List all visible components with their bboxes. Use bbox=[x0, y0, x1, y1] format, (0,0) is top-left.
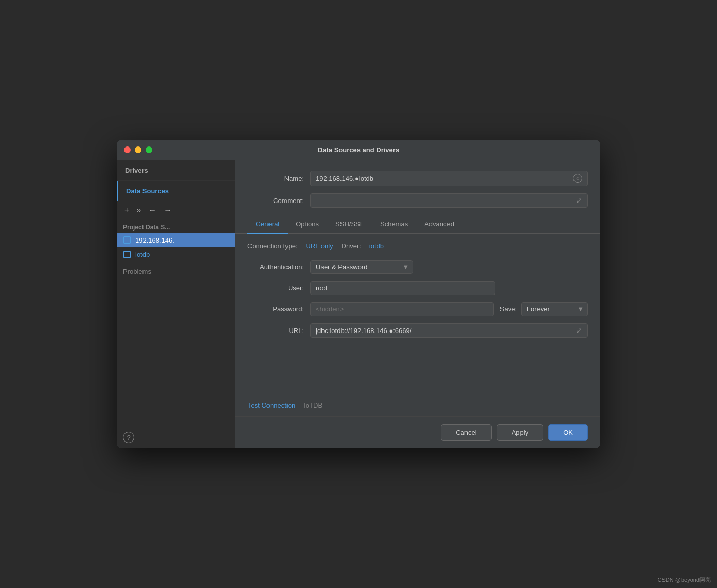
add-button[interactable]: + bbox=[122, 205, 132, 216]
test-connection-button[interactable]: Test Connection bbox=[247, 401, 295, 409]
user-row: User: bbox=[247, 281, 588, 295]
maximize-button[interactable] bbox=[146, 146, 152, 153]
tab-general[interactable]: General bbox=[247, 215, 288, 234]
comment-input[interactable] bbox=[316, 197, 573, 205]
watermark: CSDN @beyond阿亮 bbox=[658, 576, 711, 584]
sidebar: Drivers Data Sources + » ← → Project Dat… bbox=[117, 160, 235, 448]
url-expand-icon[interactable]: ⤢ bbox=[576, 326, 582, 335]
tab-schemas[interactable]: Schemas bbox=[372, 215, 416, 234]
save-wrapper: Save: Forever Until restart Never ▼ bbox=[500, 302, 588, 316]
sidebar-problems[interactable]: Problems bbox=[117, 262, 235, 279]
connection-type-row: Connection type: URL only Driver: iotdb bbox=[247, 242, 588, 250]
url-input-wrapper: ⤢ bbox=[310, 323, 588, 338]
tab-ssh-ssl[interactable]: SSH/SSL bbox=[327, 215, 372, 234]
minimize-button[interactable] bbox=[135, 146, 141, 153]
sidebar-nav-drivers[interactable]: Drivers bbox=[117, 160, 235, 181]
sidebar-toolbar: + » ← → bbox=[117, 201, 235, 219]
sidebar-nav-datasources[interactable]: Data Sources bbox=[117, 181, 235, 201]
name-label: Name: bbox=[247, 175, 304, 182]
user-input-wrapper bbox=[310, 281, 495, 295]
comment-row: Comment: ⤢ bbox=[247, 193, 588, 208]
forward-button[interactable]: → bbox=[161, 205, 174, 216]
driver-label: Driver: bbox=[342, 242, 361, 250]
url-label: URL: bbox=[247, 327, 304, 335]
title-bar: Data Sources and Drivers bbox=[117, 140, 600, 160]
content: Name: ○ Comment: ⤢ General bbox=[235, 160, 600, 448]
footer: Cancel Apply OK bbox=[235, 416, 600, 448]
connection-type-value[interactable]: URL only bbox=[306, 242, 333, 250]
auth-row: Authentication: User & Password No auth … bbox=[247, 260, 588, 274]
window-controls bbox=[124, 146, 152, 153]
apply-button[interactable]: Apply bbox=[497, 424, 544, 441]
auth-label: Authentication: bbox=[247, 263, 304, 271]
driver-value[interactable]: iotdb bbox=[369, 242, 384, 250]
auth-select-wrapper: User & Password No auth LDAP Kerberos ▼ bbox=[310, 260, 413, 274]
sidebar-bottom: ? bbox=[117, 427, 235, 448]
name-row: Name: ○ bbox=[247, 171, 588, 186]
ok-button[interactable]: OK bbox=[548, 424, 588, 441]
db-outline-icon bbox=[123, 250, 131, 259]
close-button[interactable] bbox=[124, 146, 131, 153]
name-input-wrapper: ○ bbox=[310, 171, 588, 186]
tabs: General Options SSH/SSL Schemas Advanced bbox=[235, 215, 600, 234]
save-label: Save: bbox=[500, 305, 517, 313]
name-circle-button[interactable]: ○ bbox=[573, 174, 582, 183]
back-button[interactable]: ← bbox=[146, 205, 159, 216]
iotdb-label: IoTDB bbox=[303, 401, 322, 409]
password-input-wrapper bbox=[310, 302, 494, 316]
url-row: URL: ⤢ bbox=[247, 323, 588, 338]
save-select[interactable]: Forever Until restart Never bbox=[521, 302, 588, 316]
comment-input-wrapper: ⤢ bbox=[310, 193, 588, 208]
main-layout: Drivers Data Sources + » ← → Project Dat… bbox=[117, 160, 600, 448]
tab-content: Connection type: URL only Driver: iotdb … bbox=[235, 242, 600, 345]
sidebar-section-label: Project Data S... bbox=[117, 219, 235, 233]
sidebar-nav: Drivers Data Sources bbox=[117, 160, 235, 201]
sidebar-item-iotdb[interactable]: iotdb bbox=[117, 247, 235, 262]
sidebar-item-label-192: 192.168.146. bbox=[135, 236, 174, 244]
password-row: Password: Save: Forever Until restart Ne… bbox=[247, 302, 588, 316]
dialog-title: Data Sources and Drivers bbox=[318, 146, 399, 154]
user-label: User: bbox=[247, 284, 304, 292]
expand-icon[interactable]: ⤢ bbox=[576, 196, 582, 205]
password-label: Password: bbox=[247, 305, 304, 313]
save-select-wrapper: Forever Until restart Never ▼ bbox=[521, 302, 588, 316]
forward-forward-button[interactable]: » bbox=[134, 205, 144, 216]
connection-type-label: Connection type: bbox=[247, 242, 298, 250]
sidebar-item-label-iotdb: iotdb bbox=[135, 251, 150, 259]
auth-select[interactable]: User & Password No auth LDAP Kerberos bbox=[310, 260, 413, 274]
dialog: Data Sources and Drivers Drivers Data So… bbox=[117, 140, 600, 448]
url-input[interactable] bbox=[316, 327, 576, 335]
db-selected-icon bbox=[123, 236, 131, 244]
password-input[interactable] bbox=[316, 305, 488, 313]
user-input[interactable] bbox=[316, 284, 490, 292]
bottom-bar: Test Connection IoTDB bbox=[235, 394, 600, 416]
tab-advanced[interactable]: Advanced bbox=[416, 215, 462, 234]
help-button[interactable]: ? bbox=[123, 432, 134, 443]
name-input[interactable] bbox=[316, 175, 570, 182]
tab-options[interactable]: Options bbox=[288, 215, 327, 234]
form-section: Name: ○ Comment: ⤢ bbox=[235, 160, 600, 215]
cancel-button[interactable]: Cancel bbox=[441, 424, 491, 441]
comment-label: Comment: bbox=[247, 197, 304, 205]
sidebar-item-192[interactable]: 192.168.146. bbox=[117, 233, 235, 247]
